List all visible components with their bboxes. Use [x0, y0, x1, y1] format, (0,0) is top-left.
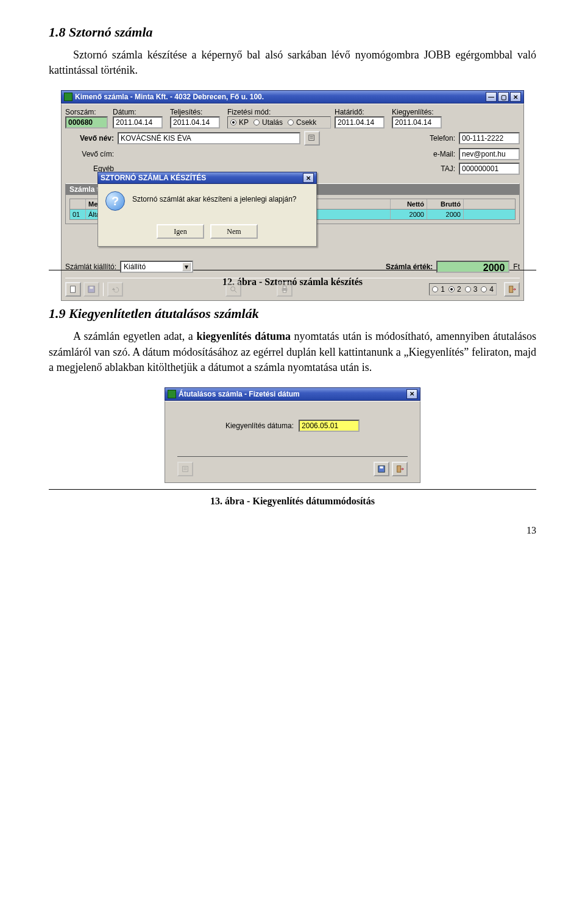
field-teljesites[interactable] [170, 116, 220, 129]
radio-kp[interactable] [230, 119, 236, 125]
label-teljesites: Teljesítés: [170, 108, 224, 116]
close-button[interactable]: ✕ [510, 92, 521, 102]
yes-button[interactable]: Igen [157, 224, 204, 239]
body-before: A számlán egyetlen adat, a [73, 330, 196, 342]
label-ertek: Számla érték: [386, 263, 433, 271]
label-sorszam: Sorszám: [65, 108, 109, 116]
win2-titlebar[interactable]: Átutalásos számla - Fizetési dátum ✕ [165, 387, 420, 401]
svg-rect-9 [183, 467, 188, 472]
copies-2-label: 2 [457, 285, 461, 294]
body-bold: kiegyenlítés dátuma [196, 330, 291, 342]
section-1-9-body: A számlán egyetlen adat, a kiegyenlítés … [49, 329, 536, 375]
svg-rect-1 [71, 286, 76, 293]
figure-13-caption: 13. ábra - Kiegyenlítés dátummódosítás [49, 496, 536, 507]
win2-exit-button[interactable] [392, 462, 408, 476]
svg-rect-11 [380, 467, 383, 469]
label-datum: Dátum: [113, 108, 166, 116]
field-datum[interactable] [113, 116, 163, 129]
field-email[interactable] [459, 148, 520, 160]
svg-rect-3 [90, 287, 93, 289]
svg-point-4 [231, 287, 235, 291]
field-taj[interactable] [459, 163, 520, 175]
copies-4[interactable] [481, 286, 487, 292]
label-hatarido: Határidő: [335, 108, 388, 116]
window-title: Kimenő számla - Minta Kft. - 4032 Debrec… [75, 93, 264, 101]
section-1-8-heading: 1.8 Sztornó számla [49, 24, 536, 40]
app-icon [64, 93, 73, 101]
cell-idx: 01 [70, 210, 86, 219]
section-1-9-heading: 1.9 Kiegyenlítetlen átutalásos számlák [49, 306, 536, 322]
copies-1[interactable] [432, 286, 438, 292]
copies-3-label: 3 [473, 285, 478, 294]
label-vevo-nev: Vevő név: [65, 134, 114, 143]
radio-utalas[interactable] [254, 119, 260, 125]
col-netto: Nettó [391, 199, 427, 209]
cell-brutto: 2000 [427, 210, 464, 219]
svg-rect-12 [397, 466, 401, 473]
label-ft: Ft [513, 263, 520, 271]
preview-button[interactable] [225, 282, 241, 297]
svg-rect-0 [309, 135, 314, 141]
copies-2[interactable] [448, 286, 455, 292]
copies-4-label: 4 [489, 285, 494, 294]
copies-group: 1 2 3 4 [429, 283, 497, 295]
field-vevo-nev[interactable] [118, 132, 300, 144]
field-telefon[interactable] [459, 132, 520, 144]
radio-kp-label: KP [239, 118, 249, 127]
field-kiegy[interactable] [392, 116, 442, 129]
dialog-close-button[interactable]: ✕ [303, 173, 314, 183]
select-kiallito-value: Kiállító [124, 263, 146, 271]
win2-app-icon [168, 390, 176, 398]
win2-edit-button[interactable] [177, 462, 193, 476]
win2-save-button[interactable] [374, 462, 389, 476]
label-fizmod: Fizetési mód: [227, 108, 331, 116]
page-number: 13 [49, 525, 536, 536]
radio-csekk[interactable] [288, 119, 294, 125]
dialog-message: Sztornó számlát akar készíteni a jelenle… [132, 191, 309, 203]
section-1-8-body: Sztornó számla készítése a képernyő bal … [49, 48, 536, 78]
payment-date-window: Átutalásos számla - Fizetési dátum ✕ Kie… [165, 387, 420, 483]
select-kiallito[interactable]: Kiállító ▾ [120, 261, 193, 273]
figure-rule-2 [49, 489, 536, 490]
field-sorszam[interactable] [65, 116, 108, 129]
undo-button[interactable] [107, 282, 123, 297]
label-kiallito: Számlát kiállító: [65, 263, 116, 271]
copies-3[interactable] [465, 286, 471, 292]
win2-title: Átutalásos számla - Fizetési dátum [179, 390, 300, 398]
svg-rect-6 [283, 286, 286, 289]
label-taj: TAJ: [441, 164, 455, 173]
col-brutto: Bruttó [427, 199, 464, 209]
maximize-button[interactable]: ▢ [498, 92, 509, 102]
chevron-down-icon[interactable]: ▾ [182, 263, 191, 271]
lookup-customer-button[interactable] [304, 131, 320, 146]
new-doc-button[interactable] [65, 282, 81, 297]
svg-rect-8 [509, 286, 513, 293]
field-hatarido[interactable] [335, 116, 385, 129]
radio-csekk-label: Csekk [296, 118, 316, 127]
label-email: e-Mail: [433, 150, 455, 158]
question-icon: ? [105, 191, 125, 211]
toolbar-divider [103, 283, 104, 296]
confirm-dialog: SZTORNÓ SZÁMLA KÉSZÍTÉS ✕ ? Sztornó szám… [98, 172, 317, 247]
svg-rect-7 [283, 291, 286, 293]
win2-close-button[interactable]: ✕ [406, 389, 417, 399]
field-kiegy-datuma[interactable] [299, 420, 360, 432]
radio-utalas-label: Utalás [262, 118, 283, 127]
fizmod-group: KP Utalás Csekk [227, 116, 331, 129]
save-button[interactable] [83, 282, 99, 297]
label-kiegy: Kiegyenlítés: [392, 108, 445, 116]
label-vevo-cim: Vevő cím: [65, 150, 114, 158]
print-button[interactable] [277, 282, 292, 297]
dialog-titlebar[interactable]: SZTORNÓ SZÁMLA KÉSZÍTÉS ✕ [98, 172, 317, 184]
window-titlebar[interactable]: Kimenő számla - Minta Kft. - 4032 Debrec… [61, 90, 524, 104]
label-telefon: Telefon: [430, 134, 455, 143]
dialog-title: SZTORNÓ SZÁMLA KÉSZÍTÉS [101, 174, 206, 182]
label-kiegy-datuma: Kiegyenlítés dátuma: [225, 421, 294, 430]
minimize-button[interactable]: — [486, 92, 497, 102]
cell-netto: 2000 [391, 210, 427, 219]
copies-1-label: 1 [441, 285, 445, 294]
no-button[interactable]: Nem [210, 224, 258, 239]
exit-door-button[interactable] [504, 282, 520, 297]
field-ertek: 2000 [436, 261, 509, 273]
